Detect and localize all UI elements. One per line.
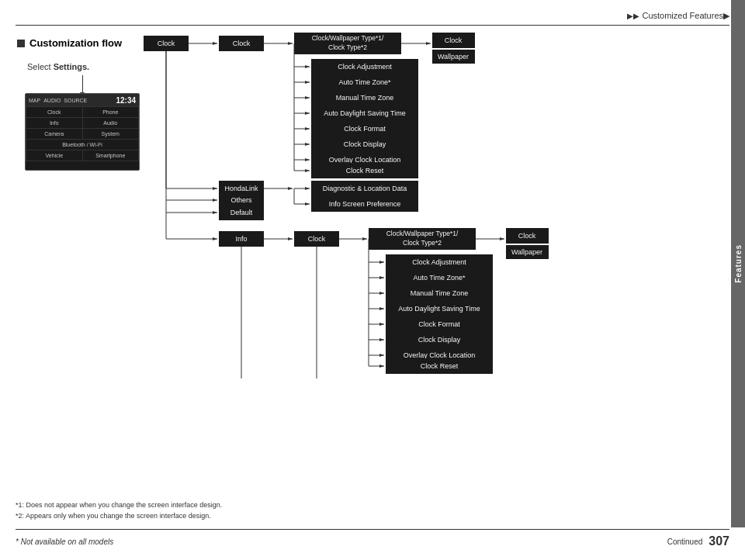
header-divider bbox=[16, 25, 729, 26]
svg-text:Diagnostic & Location Data: Diagnostic & Location Data bbox=[323, 185, 407, 192]
section-title: Customization flow bbox=[29, 37, 122, 49]
svg-text:Wallpaper: Wallpaper bbox=[438, 53, 469, 60]
arrow-down-line bbox=[82, 75, 83, 92]
svg-text:Clock: Clock bbox=[308, 235, 326, 243]
svg-text:Clock Display: Clock Display bbox=[344, 140, 386, 148]
page-number: 307 bbox=[709, 534, 729, 548]
svg-text:Overlay Clock Location: Overlay Clock Location bbox=[404, 351, 476, 359]
menu-bluetooth: Bluetooth / Wi-Fi bbox=[26, 140, 138, 150]
svg-text:Auto Daylight Saving Time: Auto Daylight Saving Time bbox=[398, 305, 480, 313]
sidebar-label: Features bbox=[734, 244, 743, 283]
svg-text:Clock Type*2: Clock Type*2 bbox=[328, 43, 367, 51]
footer-right: Continued 307 bbox=[667, 534, 729, 548]
breadcrumb-arrows: ▶▶ bbox=[627, 12, 639, 20]
menu-audio: Audio bbox=[83, 118, 139, 128]
page-footer: * Not available on all models Continued … bbox=[16, 529, 729, 548]
svg-text:Clock Reset: Clock Reset bbox=[421, 362, 459, 370]
flow-diagram: Clock Clock Clock/Wallpaper Type*1/ Cloc… bbox=[144, 29, 710, 402]
svg-text:Overlay Clock Location: Overlay Clock Location bbox=[329, 156, 401, 164]
select-settings-label: Select Settings. bbox=[27, 62, 89, 71]
svg-text:Clock Reset: Clock Reset bbox=[346, 167, 384, 175]
features-sidebar: Features bbox=[731, 0, 745, 527]
svg-text:Wallpaper: Wallpaper bbox=[511, 248, 542, 256]
svg-text:Manual Time Zone: Manual Time Zone bbox=[336, 94, 394, 102]
menu-vehicle: Vehicle bbox=[26, 150, 82, 161]
menu-clock: Clock bbox=[26, 107, 82, 117]
breadcrumb-text: Customized Features▶ bbox=[642, 11, 729, 21]
menu-info: Info bbox=[26, 118, 82, 128]
svg-text:Info Screen Preference: Info Screen Preference bbox=[329, 200, 401, 208]
svg-text:Clock/Wallpaper Type*1/: Clock/Wallpaper Type*1/ bbox=[386, 230, 459, 237]
svg-text:Clock Format: Clock Format bbox=[344, 125, 386, 133]
svg-text:Manual Time Zone: Manual Time Zone bbox=[411, 289, 469, 297]
svg-text:Clock: Clock bbox=[158, 40, 175, 47]
svg-text:Clock: Clock bbox=[233, 40, 251, 47]
footnote-1: *1: Does not appear when you change the … bbox=[16, 500, 222, 511]
footnote-2: *2: Appears only when you change the scr… bbox=[16, 511, 222, 522]
svg-text:Info: Info bbox=[235, 235, 247, 243]
svg-text:Clock Format: Clock Format bbox=[418, 320, 460, 328]
settings-screen-mockup: MAP AUDIO SOURCE 12:34 Clock Phone Info … bbox=[25, 93, 140, 171]
svg-text:Clock: Clock bbox=[518, 232, 536, 240]
svg-text:Clock Adjustment: Clock Adjustment bbox=[412, 258, 466, 266]
svg-text:Default: Default bbox=[230, 209, 253, 216]
footnotes: *1: Does not appear when you change the … bbox=[16, 500, 222, 521]
section-bullet bbox=[17, 40, 25, 47]
menu-phone: Phone bbox=[83, 107, 139, 117]
svg-text:Auto Daylight Saving Time: Auto Daylight Saving Time bbox=[324, 109, 406, 117]
screen-top-bar: MAP AUDIO SOURCE 12:34 bbox=[26, 94, 139, 106]
svg-text:Clock/Wallpaper Type*1/: Clock/Wallpaper Type*1/ bbox=[312, 34, 384, 42]
svg-text:Auto Time Zone*: Auto Time Zone* bbox=[413, 274, 466, 282]
continued-label: Continued bbox=[667, 538, 703, 546]
menu-system: System bbox=[83, 129, 139, 139]
breadcrumb: ▶▶ Customized Features▶ bbox=[627, 11, 729, 21]
svg-text:Clock Display: Clock Display bbox=[418, 336, 461, 344]
menu-camera: Camera bbox=[26, 129, 82, 139]
screen-menu: Clock Phone Info Audio Camera System Blu… bbox=[26, 106, 139, 161]
menu-smartphone: Smartphone bbox=[83, 150, 139, 161]
svg-text:Clock Type*2: Clock Type*2 bbox=[403, 239, 442, 247]
svg-text:Clock Adjustment: Clock Adjustment bbox=[338, 63, 392, 71]
screen-tabs: MAP AUDIO SOURCE bbox=[29, 98, 87, 103]
svg-text:HondaLink: HondaLink bbox=[224, 185, 258, 192]
footer-note: * Not available on all models bbox=[16, 538, 113, 546]
svg-text:Clock: Clock bbox=[445, 36, 463, 44]
screen-time: 12:34 bbox=[116, 96, 136, 105]
svg-text:Auto Time Zone*: Auto Time Zone* bbox=[338, 78, 391, 86]
svg-text:Others: Others bbox=[230, 196, 252, 204]
